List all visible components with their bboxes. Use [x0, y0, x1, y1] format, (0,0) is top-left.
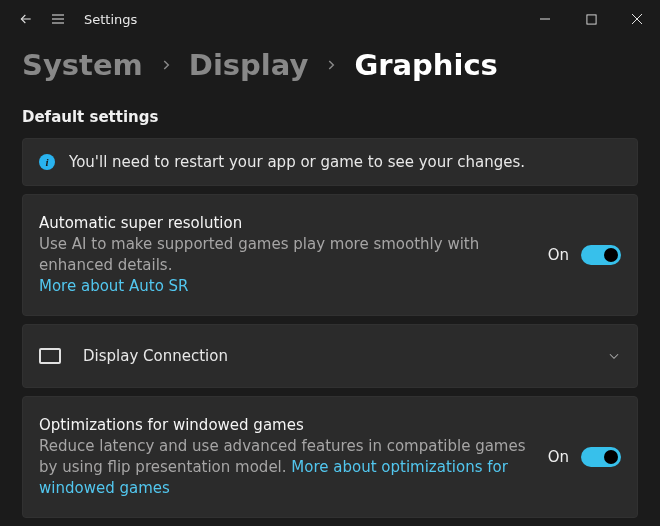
section-default-settings: Default settings: [0, 96, 660, 138]
chevron-right-icon: [324, 58, 338, 72]
windowed-state-label: On: [548, 448, 569, 466]
breadcrumb-display[interactable]: Display: [189, 48, 309, 82]
windowed-title: Optimizations for windowed games: [39, 415, 534, 436]
auto-sr-state-label: On: [548, 246, 569, 264]
maximize-button[interactable]: [568, 3, 614, 35]
auto-sr-card: Automatic super resolution Use AI to mak…: [22, 194, 638, 316]
windowed-games-card: Optimizations for windowed games Reduce …: [22, 396, 638, 518]
windowed-toggle[interactable]: [581, 447, 621, 467]
menu-button[interactable]: [42, 3, 74, 35]
window-title: Settings: [84, 12, 137, 27]
chevron-right-icon: [159, 58, 173, 72]
auto-sr-link[interactable]: More about Auto SR: [39, 277, 189, 295]
display-connection-label: Display Connection: [83, 347, 593, 365]
close-button[interactable]: [614, 3, 660, 35]
breadcrumb-system[interactable]: System: [22, 48, 143, 82]
auto-sr-toggle[interactable]: [581, 245, 621, 265]
titlebar: Settings: [0, 0, 660, 38]
section-custom-settings: Custom settings for applications: [0, 518, 660, 526]
display-icon: [39, 348, 61, 364]
chevron-down-icon: [607, 349, 621, 363]
auto-sr-title: Automatic super resolution: [39, 213, 534, 234]
minimize-button[interactable]: [522, 3, 568, 35]
info-restart-text: You'll need to restart your app or game …: [69, 153, 621, 171]
svg-rect-0: [586, 14, 595, 23]
back-button[interactable]: [10, 3, 42, 35]
breadcrumb-graphics: Graphics: [354, 48, 497, 82]
info-restart-card: i You'll need to restart your app or gam…: [22, 138, 638, 186]
breadcrumb: System Display Graphics: [0, 38, 660, 96]
auto-sr-description: Use AI to make supported games play more…: [39, 235, 479, 274]
info-icon: i: [39, 154, 55, 170]
window-controls: [522, 3, 660, 35]
display-connection-row[interactable]: Display Connection: [22, 324, 638, 388]
